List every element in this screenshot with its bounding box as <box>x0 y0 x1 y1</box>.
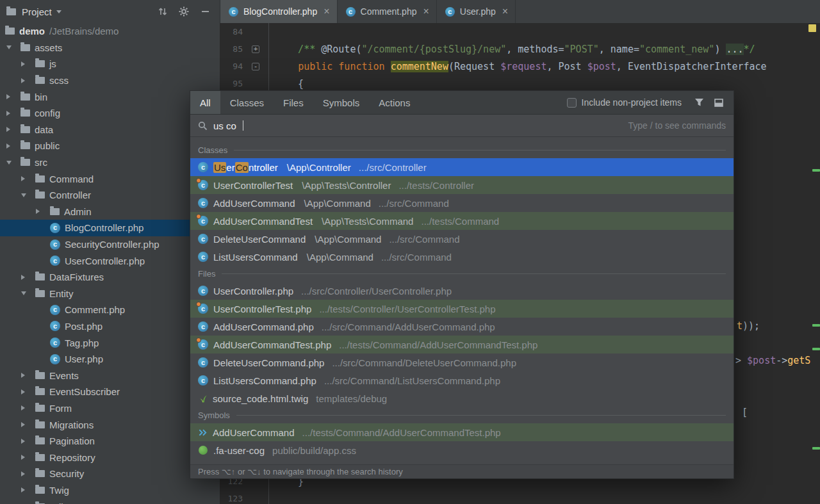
code-fragment: [ <box>742 403 748 421</box>
tree-item-assets[interactable]: assets <box>0 40 220 56</box>
filter-icon[interactable] <box>694 91 704 114</box>
search-result-row[interactable]: AddUserCommand.../tests/Command/AddUserC… <box>190 423 734 441</box>
folder-icon <box>35 273 45 280</box>
result-path: templates/debug <box>316 393 387 404</box>
search-result-row[interactable]: cUserControllerTest.php.../tests/Control… <box>190 300 734 318</box>
checkbox-unchecked[interactable] <box>567 98 577 108</box>
search-result-row[interactable]: cUserController.php.../src/Controller/Us… <box>190 282 734 300</box>
tree-item-user-php[interactable]: cUser.php <box>0 351 220 368</box>
tree-item-scss[interactable]: scss <box>0 72 220 89</box>
popup-tab-all[interactable]: All <box>190 91 220 114</box>
tree-item-bin[interactable]: bin <box>0 88 220 105</box>
project-root-name: demo <box>19 26 45 37</box>
tree-item-migrations[interactable]: Migrations <box>0 416 220 433</box>
folder-icon <box>35 388 45 395</box>
fold-marker[interactable]: + <box>252 45 259 53</box>
tree-item-datafixtures[interactable]: DataFixtures <box>0 269 220 286</box>
search-result-row[interactable]: .fa-user-cogpublic/build/app.css <box>190 441 734 459</box>
search-field[interactable]: us co Type / to see commands <box>190 115 734 137</box>
tree-item-utils[interactable]: Utils <box>0 498 220 504</box>
popup-tab-classes[interactable]: Classes <box>220 91 274 114</box>
search-result-row[interactable]: cUserControllerTest\App\Tests\Controller… <box>190 176 734 194</box>
chevron-down-icon[interactable] <box>56 10 62 16</box>
search-result-row[interactable]: cAddUserCommandTest\App\Tests\Command...… <box>190 212 734 230</box>
tree-item-twig[interactable]: Twig <box>0 482 220 499</box>
code-text: { <box>268 78 304 90</box>
search-result-row[interactable]: cAddUserCommand\App\Command.../src/Comma… <box>190 194 734 212</box>
include-non-project-items[interactable]: Include non-project items <box>567 91 682 114</box>
close-tab-icon[interactable]: × <box>502 6 508 17</box>
tree-item-blogcontroller-php[interactable]: cBlogController.php <box>0 220 220 236</box>
tree-item-securitycontroller-php[interactable]: cSecurityController.php <box>0 236 220 253</box>
vcs-change-stripe-mark[interactable] <box>812 169 820 172</box>
code-line[interactable]: 94- public function commentNew(Request $… <box>220 58 820 75</box>
code-line[interactable]: 85+ /** @Route("/comment/{postSlug}/new"… <box>220 40 820 58</box>
tree-item-events[interactable]: Events <box>0 367 220 384</box>
chevron-right-icon <box>21 373 35 378</box>
tree-item-public[interactable]: public <box>0 138 220 154</box>
code-line[interactable]: 123 <box>220 490 820 504</box>
search-result-row[interactable]: cUserController\App\Controller.../src/Co… <box>190 158 734 176</box>
result-namespace: \App\Tests\Controller <box>302 180 391 191</box>
tab-label: User.php <box>460 6 496 17</box>
result-name: AddUserCommandTest.php <box>213 339 331 350</box>
popup-tab-actions[interactable]: Actions <box>369 91 420 114</box>
tree-item-data[interactable]: data <box>0 122 220 138</box>
tree-item-security[interactable]: Security <box>0 466 220 482</box>
tree-item-js[interactable]: js <box>0 56 220 72</box>
tree-item-post-php[interactable]: cPost.php <box>0 318 220 335</box>
tree-item-repository[interactable]: Repository <box>0 449 220 466</box>
php-class-icon: c <box>198 252 208 262</box>
search-result-row[interactable]: cDeleteUserCommand\App\Command.../src/Co… <box>190 230 734 248</box>
tree-item-form[interactable]: Form <box>0 400 220 417</box>
warning-stripe-mark[interactable] <box>808 24 816 32</box>
tree-item-pagination[interactable]: Pagination <box>0 433 220 450</box>
tree-item-tag-php[interactable]: cTag.php <box>0 334 220 351</box>
chevron-right-icon <box>21 422 35 427</box>
search-result-row[interactable]: cListUsersCommand\App\Command.../src/Com… <box>190 248 734 266</box>
tree-item-src[interactable]: src <box>0 154 220 171</box>
tree-item-config[interactable]: config <box>0 105 220 122</box>
close-tab-icon[interactable]: × <box>324 6 329 17</box>
tree-item-controller[interactable]: Controller <box>0 187 220 204</box>
close-tab-icon[interactable]: × <box>423 6 429 17</box>
tree-item-label: Admin <box>64 206 92 217</box>
settings-gear-icon[interactable] <box>176 0 192 23</box>
vcs-change-stripe-mark[interactable] <box>812 324 820 327</box>
chevron-right-icon <box>6 127 20 132</box>
editor-tab-comment-php[interactable]: cComment.php× <box>338 0 437 23</box>
tree-root-item[interactable]: demo /JetBrains/demo <box>0 23 220 40</box>
up-down-arrows-icon[interactable] <box>154 0 171 23</box>
code-line[interactable]: 95 { <box>220 75 820 92</box>
result-name: DeleteUserCommand.php <box>213 357 324 368</box>
search-result-row[interactable]: cAddUserCommand.php.../src/Command/AddUs… <box>190 318 734 336</box>
vcs-change-stripe-mark[interactable] <box>812 447 820 450</box>
tree-item-comment-php[interactable]: cComment.php <box>0 302 220 318</box>
popup-tab-symbols[interactable]: Symbols <box>313 91 370 114</box>
php-class-icon: c <box>198 375 208 386</box>
tree-item-usercontroller-php[interactable]: cUserController.php <box>0 252 220 269</box>
search-query-text[interactable]: us co <box>213 120 236 131</box>
search-result-row[interactable]: cDeleteUserCommand.php.../src/Command/De… <box>190 354 734 371</box>
tree-item-entity[interactable]: Entity <box>0 286 220 302</box>
fold-marker[interactable]: - <box>252 63 259 70</box>
popup-tab-files[interactable]: Files <box>274 91 313 114</box>
tree-item-command[interactable]: Command <box>0 170 220 187</box>
editor-tab-user-php[interactable]: cUser.php× <box>437 0 516 23</box>
tree-item-admin[interactable]: Admin <box>0 204 220 220</box>
hide-panel-icon[interactable] <box>197 0 213 23</box>
editor-tab-blogcontroller-php[interactable]: cBlogController.php× <box>220 0 338 23</box>
code-line[interactable]: 84 <box>220 23 820 40</box>
search-result-row[interactable]: cAddUserCommandTest.php.../tests/Command… <box>190 336 734 354</box>
search-result-row[interactable]: source_code.html.twigtemplates/debug <box>190 389 734 407</box>
search-result-row[interactable]: cListUsersCommand.php.../src/Command/Lis… <box>190 371 734 389</box>
tree-item-label: Entity <box>49 288 74 299</box>
vcs-change-stripe-mark[interactable] <box>812 348 820 350</box>
folder-icon <box>35 191 45 199</box>
tab-label: BlogController.php <box>243 6 317 17</box>
checkbox-label: Include non-project items <box>582 97 682 108</box>
project-dropdown[interactable]: Project <box>22 6 52 17</box>
tree-item-label: User.php <box>65 354 103 364</box>
tree-item-eventsubscriber[interactable]: EventSubscriber <box>0 384 220 400</box>
open-in-find-window-icon[interactable] <box>714 91 723 114</box>
